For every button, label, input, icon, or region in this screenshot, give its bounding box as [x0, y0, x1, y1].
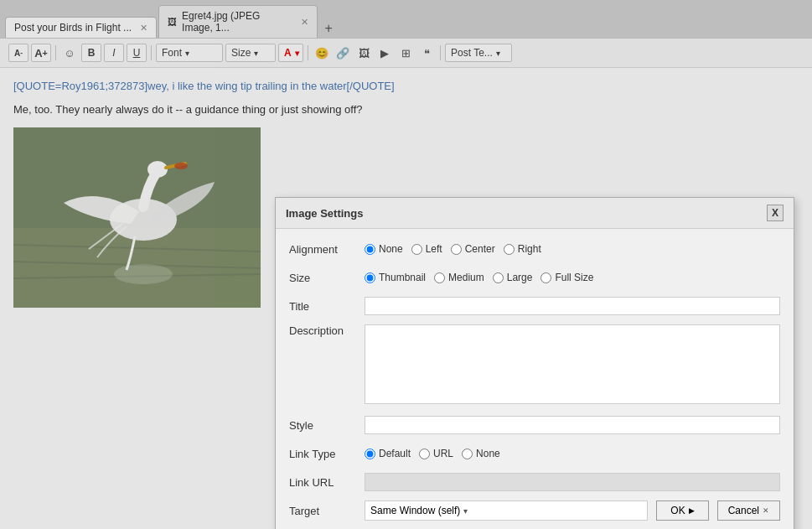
alignment-center-label: Center: [465, 243, 495, 255]
size-thumbnail-radio[interactable]: [365, 272, 375, 283]
alignment-center[interactable]: Center: [451, 243, 495, 255]
link-url-controls: [365, 473, 780, 491]
alignment-none-label: None: [379, 243, 403, 255]
target-dropdown[interactable]: Same Window (self): [365, 500, 648, 521]
size-fullsize-label: Full Size: [555, 272, 593, 283]
title-label: Title: [289, 300, 365, 313]
style-input[interactable]: [365, 416, 780, 434]
size-thumbnail-label: Thumbnail: [379, 272, 426, 283]
size-thumbnail[interactable]: Thumbnail: [365, 272, 426, 283]
link-url-label: Link URL: [289, 476, 365, 489]
link-type-label: Link Type: [289, 448, 365, 460]
link-type-default-label: Default: [379, 448, 411, 459]
link-type-none-radio[interactable]: [462, 449, 473, 459]
link-type-url-radio[interactable]: [419, 449, 430, 459]
link-type-default[interactable]: Default: [365, 448, 411, 459]
image-settings-dialog: Image Settings X Alignment None Left: [275, 197, 794, 529]
alignment-center-radio[interactable]: [451, 244, 462, 255]
link-type-default-radio[interactable]: [365, 449, 375, 459]
size-controls: Thumbnail Medium Large Full Size: [365, 272, 780, 283]
size-medium[interactable]: Medium: [434, 272, 484, 283]
alignment-left-radio[interactable]: [411, 244, 422, 255]
link-type-controls: Default URL None: [365, 448, 780, 459]
alignment-none[interactable]: None: [365, 243, 403, 255]
title-controls: [365, 297, 780, 315]
size-large[interactable]: Large: [493, 272, 533, 283]
modal-body: Alignment None Left Center: [276, 229, 794, 529]
description-input[interactable]: [365, 324, 780, 404]
target-controls: Same Window (self) OK Cancel: [365, 500, 780, 521]
alignment-right[interactable]: Right: [504, 243, 541, 255]
link-url-input[interactable]: [365, 473, 780, 491]
alignment-label: Alignment: [289, 243, 365, 256]
alignment-right-label: Right: [518, 243, 541, 255]
style-row: Style: [289, 415, 780, 435]
alignment-left[interactable]: Left: [411, 243, 442, 255]
modal-header: Image Settings X: [276, 198, 794, 229]
description-row: Description: [289, 324, 780, 407]
size-large-label: Large: [507, 272, 533, 283]
alignment-controls: None Left Center Right: [365, 243, 780, 255]
modal-close-button[interactable]: X: [767, 205, 784, 221]
size-large-radio[interactable]: [493, 272, 504, 283]
target-value: Same Window (self): [370, 505, 460, 516]
link-url-row: Link URL: [289, 472, 780, 492]
modal-title: Image Settings: [286, 207, 363, 220]
target-row: Target Same Window (self) OK Cancel: [289, 500, 780, 521]
alignment-none-radio[interactable]: [365, 244, 375, 255]
alignment-right-radio[interactable]: [504, 244, 515, 255]
description-label: Description: [289, 324, 365, 337]
alignment-left-label: Left: [426, 243, 442, 255]
link-type-row: Link Type Default URL None: [289, 443, 780, 464]
style-label: Style: [289, 419, 365, 432]
cancel-button[interactable]: Cancel: [717, 500, 780, 521]
size-fullsize[interactable]: Full Size: [540, 272, 593, 283]
description-controls: [365, 324, 780, 407]
link-type-none-label: None: [476, 448, 500, 459]
size-medium-radio[interactable]: [434, 272, 445, 283]
modal-overlay: Image Settings X Alignment None Left: [0, 0, 812, 529]
link-type-url-label: URL: [433, 448, 453, 459]
alignment-row: Alignment None Left Center: [289, 239, 780, 259]
target-label: Target: [289, 505, 365, 517]
size-label: Size: [289, 272, 365, 284]
ok-button[interactable]: OK: [656, 500, 708, 521]
size-fullsize-radio[interactable]: [540, 272, 551, 283]
size-medium-label: Medium: [448, 272, 484, 283]
link-type-none[interactable]: None: [462, 448, 500, 459]
style-controls: [365, 416, 780, 434]
size-row: Size Thumbnail Medium Large: [289, 267, 780, 288]
title-row: Title: [289, 296, 780, 316]
title-input[interactable]: [365, 297, 780, 315]
link-type-url[interactable]: URL: [419, 448, 453, 459]
